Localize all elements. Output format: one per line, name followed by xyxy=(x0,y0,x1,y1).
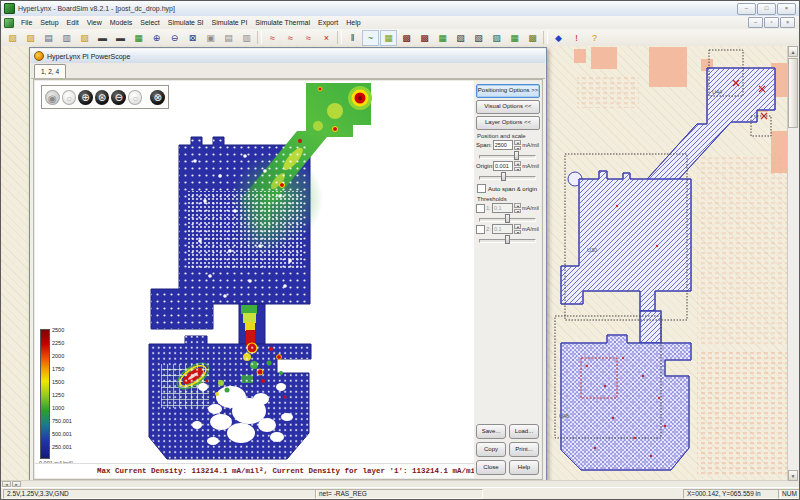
legend-tick: 1250 xyxy=(52,392,94,398)
save-button[interactable]: Save... xyxy=(476,424,506,439)
positioning-options-button[interactable]: Positioning Options >> xyxy=(476,84,540,98)
toolbar-separator xyxy=(543,31,548,44)
menu-simulate-thermal[interactable]: Simulate Thermal xyxy=(251,18,314,27)
menu-setup[interactable]: Setup xyxy=(36,18,62,27)
board-viewer-icon[interactable]: ▦ xyxy=(130,30,147,46)
error-icon[interactable]: ! xyxy=(568,30,585,46)
zoom-in-icon[interactable]: ⊕ xyxy=(148,30,165,46)
scroll-up-icon[interactable]: ▲ xyxy=(788,46,798,57)
settings-tool-icon[interactable]: ⊗ xyxy=(150,90,165,105)
auto-span-label: Auto span & origin xyxy=(488,186,537,192)
close-icon[interactable]: × xyxy=(777,3,796,15)
full-board-icon[interactable]: ▥ xyxy=(238,30,255,46)
document-icon[interactable] xyxy=(4,18,14,28)
powerscope-icon xyxy=(34,51,44,61)
threshold2-slider[interactable] xyxy=(479,235,536,244)
minimize-icon[interactable]: – xyxy=(737,3,756,15)
open-session-icon[interactable]: ▨ xyxy=(22,30,39,46)
menu-models[interactable]: Models xyxy=(106,18,137,27)
power-integrity-icon[interactable]: ▦ xyxy=(506,30,523,46)
heatmap-plot-area[interactable]: ◉ ○ ⊕ ⊛ ⊖ ○ ⊗ 2500 2250 2000 1750 1500 1… xyxy=(35,81,477,478)
zoom-out-tool-icon[interactable]: ⊖ xyxy=(111,90,126,105)
copy-button[interactable]: Copy xyxy=(476,442,506,457)
origin-stepper[interactable] xyxy=(514,161,521,171)
menu-edit[interactable]: Edit xyxy=(63,18,83,27)
menu-simulate-si[interactable]: Simulate SI xyxy=(164,18,208,27)
menu-help[interactable]: Help xyxy=(342,18,364,27)
maximize-icon[interactable]: □ xyxy=(757,3,776,15)
span-stepper[interactable] xyxy=(514,140,521,150)
visual-options-button[interactable]: Visual Options << xyxy=(476,100,540,114)
layers-icon[interactable]: ▧ xyxy=(452,30,469,46)
edit-stackup-icon[interactable]: ▬ xyxy=(112,30,129,46)
pan-tool-icon[interactable]: ⊕ xyxy=(78,90,93,105)
threshold2-checkbox[interactable] xyxy=(476,225,485,234)
color-scale-legend: 2500 2250 2000 1750 1500 1250 1000 750.0… xyxy=(38,327,94,473)
powerscope-window: HyperLynx PI PowerScope 1, 2, 4 xyxy=(29,47,547,484)
max-current-density-status: Max Current Density: 113214.1 mA/mil², C… xyxy=(35,463,476,478)
thermal-sim-icon[interactable]: ▦ xyxy=(434,30,451,46)
save-session-icon[interactable]: ▥ xyxy=(58,30,75,46)
close-button[interactable]: Close xyxy=(476,460,506,475)
oscilloscope-icon[interactable]: ~ xyxy=(362,30,379,46)
mdi-restore-icon[interactable]: ▫ xyxy=(764,17,779,28)
board-sim-icon[interactable]: ▩ xyxy=(398,30,415,46)
pan-icon[interactable]: ▣ xyxy=(202,30,219,46)
blank-tool2-icon[interactable]: ○ xyxy=(128,90,143,105)
origin-slider[interactable] xyxy=(479,172,536,181)
tab-1-2-4[interactable]: 1, 2, 4 xyxy=(34,64,66,78)
legend-tick: 2500 xyxy=(52,327,94,333)
powerscope-title-bar[interactable]: HyperLynx PI PowerScope xyxy=(31,49,545,64)
board-sim2-icon[interactable]: ▩ xyxy=(416,30,433,46)
print-button[interactable]: Print... xyxy=(509,442,539,457)
zoom-in-tool-icon[interactable]: ⊛ xyxy=(95,90,110,105)
help-button[interactable]: Help xyxy=(509,460,539,475)
auto-span-checkbox[interactable] xyxy=(477,184,486,193)
span-slider[interactable] xyxy=(479,151,536,160)
highlight-net-icon[interactable]: ≈ xyxy=(264,30,281,46)
help-icon[interactable]: ? xyxy=(586,30,603,46)
position-and-scale-label: Position and scale xyxy=(477,133,539,139)
probe-disabled-icon: ◉ xyxy=(45,90,60,105)
menu-file[interactable]: File xyxy=(17,18,36,27)
menu-export[interactable]: Export xyxy=(314,18,342,27)
vertical-scrollbar[interactable]: ▲ ▼ xyxy=(787,46,799,481)
zoom-out-icon[interactable]: ⊖ xyxy=(166,30,183,46)
save-board-icon[interactable]: ▤ xyxy=(40,30,57,46)
previous-view-icon[interactable]: ▤ xyxy=(220,30,237,46)
export-file-icon[interactable]: ▨ xyxy=(76,30,93,46)
window-title: HyperLynx - BoardSim v8.2.1 - [post_dc_d… xyxy=(18,5,175,12)
highlight-ref-icon[interactable]: ≈ xyxy=(282,30,299,46)
threshold1-slider[interactable] xyxy=(479,214,536,223)
menu-simulate-pi[interactable]: Simulate PI xyxy=(208,18,252,27)
stackup-icon[interactable]: ▨ xyxy=(488,30,505,46)
origin-input[interactable]: 0.001 xyxy=(493,161,513,171)
open-board-icon[interactable]: ▨ xyxy=(4,30,21,46)
load-button[interactable]: Load... xyxy=(509,424,539,439)
scroll-down-icon[interactable]: ▼ xyxy=(788,470,798,481)
menu-select[interactable]: Select xyxy=(136,18,163,27)
spreadsheet-icon[interactable]: ▦ xyxy=(380,30,397,46)
mdi-close-icon[interactable]: × xyxy=(780,17,795,28)
current-density-heatmap[interactable] xyxy=(35,81,476,471)
erase-highlight-icon[interactable]: × xyxy=(318,30,335,46)
threshold1-checkbox[interactable] xyxy=(476,204,485,213)
max-current-hotspot xyxy=(348,86,372,110)
wizard-icon[interactable]: ◆ xyxy=(550,30,567,46)
mdi-minimize-icon[interactable]: – xyxy=(748,17,763,28)
legend-tick: 500.001 xyxy=(52,431,94,437)
legend-tick: 1750 xyxy=(52,366,94,372)
multi-board-icon[interactable]: ▩ xyxy=(524,30,541,46)
menu-view[interactable]: View xyxy=(83,18,106,27)
legend-tick: 2250 xyxy=(52,340,94,346)
blank-tool-icon[interactable]: ○ xyxy=(62,90,77,105)
board-layout-svg[interactable]: U44 U30 U46 xyxy=(547,46,790,483)
zoom-area-icon[interactable]: ⊠ xyxy=(184,30,201,46)
scroll-thumb[interactable] xyxy=(788,58,798,128)
span-input[interactable]: 2500 xyxy=(493,140,514,150)
edit-board-icon[interactable]: ▬ xyxy=(94,30,111,46)
highlight-all-icon[interactable]: ≈ xyxy=(300,30,317,46)
layers2-icon[interactable]: ▧ xyxy=(470,30,487,46)
bars-icon[interactable]: ‖ xyxy=(344,30,361,46)
layer-options-button[interactable]: Layer Options << xyxy=(476,116,540,130)
